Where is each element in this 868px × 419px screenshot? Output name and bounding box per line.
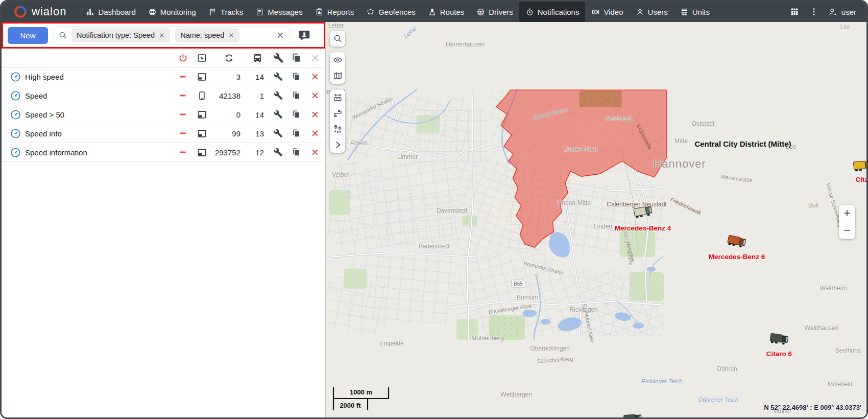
- more-menu-button[interactable]: [805, 2, 823, 22]
- edit-notification-button[interactable]: [269, 91, 287, 100]
- filter-chip-0[interactable]: Notification type: Speed: [71, 28, 170, 42]
- edit-notification-button[interactable]: [269, 72, 287, 81]
- speed-gauge-icon: [10, 71, 21, 83]
- edit-notification-button[interactable]: [269, 110, 287, 119]
- toggle-state[interactable]: [174, 110, 191, 119]
- notification-name: Speed > 50: [25, 110, 174, 119]
- delete-notification-button[interactable]: [305, 148, 325, 157]
- units-count: 12: [246, 148, 269, 157]
- toggle-state[interactable]: [174, 148, 191, 157]
- delete-notification-button[interactable]: [305, 129, 325, 138]
- new-notification-button[interactable]: New: [8, 27, 48, 44]
- nav-item-drivers[interactable]: Drivers: [470, 2, 519, 22]
- nav-item-reports[interactable]: Reports: [309, 2, 360, 22]
- toggle-state[interactable]: [174, 72, 191, 81]
- map-place-label: Davenstedt: [437, 207, 468, 214]
- tracks-icon: [208, 8, 217, 16]
- header-wrench-button[interactable]: [269, 53, 287, 63]
- kebab-icon: [809, 7, 818, 16]
- chip-remove-icon[interactable]: [228, 32, 234, 38]
- app-window: wialon DashboardMonitoringTracksMessages…: [0, 0, 868, 419]
- unit-marker[interactable]: [622, 411, 643, 417]
- zoom-control: + −: [839, 205, 855, 239]
- monitoring-icon: [148, 8, 157, 16]
- nav-item-video[interactable]: Video: [585, 2, 629, 22]
- svg-text:+: +: [516, 333, 518, 337]
- header-popup-play-button[interactable]: [191, 53, 212, 63]
- search-input[interactable]: Notification type: SpeedName: speed: [54, 26, 290, 44]
- map-place-label: Seelhorst: [835, 347, 861, 354]
- header-clear-button[interactable]: [305, 53, 325, 63]
- unit-label: Citaro: [855, 176, 866, 183]
- edit-notification-button[interactable]: [269, 129, 287, 138]
- nav-item-geofences[interactable]: Geofences: [360, 2, 422, 22]
- copy-notification-button[interactable]: [287, 72, 305, 81]
- map-source-button[interactable]: [330, 68, 345, 84]
- filter-bar: New Notification type: SpeedName: speed: [2, 22, 325, 49]
- map-place-label: Limmer: [397, 153, 418, 160]
- user-menu[interactable]: user: [825, 7, 859, 17]
- delete-x-icon: [310, 110, 320, 119]
- notification-name-text: Speed information: [25, 148, 87, 157]
- nav-item-users[interactable]: Users: [630, 2, 674, 22]
- map-place-label: Mühlenberg: [471, 335, 503, 342]
- apps-grid-button[interactable]: [786, 2, 803, 22]
- nav-item-tracks[interactable]: Tracks: [202, 2, 249, 22]
- notification-row[interactable]: Speed > 50014: [2, 105, 325, 124]
- scale-imperial-label: 2000 ft: [340, 402, 361, 409]
- routes-icon: [428, 8, 437, 16]
- road-badge: B65: [511, 280, 525, 288]
- expand-tools-button[interactable]: [330, 137, 345, 153]
- copy-notification-button[interactable]: [287, 91, 305, 100]
- measure-distance-button[interactable]: [330, 89, 345, 105]
- edit-notification-button[interactable]: [269, 148, 287, 157]
- notification-row[interactable]: Speed information29375212: [2, 143, 325, 162]
- header-copy-button[interactable]: [287, 53, 305, 63]
- unit-marker-citaro[interactable]: [852, 157, 866, 172]
- svg-text:+: +: [492, 328, 494, 331]
- unit-marker-citaro-6[interactable]: [768, 330, 790, 346]
- header-power-button[interactable]: [174, 53, 191, 63]
- contact-card-icon[interactable]: [298, 29, 311, 42]
- delete-notification-button[interactable]: [305, 72, 325, 81]
- map-place-label: Ahlem: [350, 139, 368, 147]
- nav-item-dashboard[interactable]: Dashboard: [80, 2, 141, 22]
- delivery-method: [191, 109, 212, 120]
- nav-item-notifications[interactable]: Notifications: [519, 2, 586, 22]
- copy-icon: [292, 148, 301, 157]
- nav-item-routes[interactable]: Routes: [422, 2, 471, 22]
- map-place-label: Linden-Mitte: [557, 199, 591, 206]
- toggle-state[interactable]: [174, 129, 191, 138]
- chip-remove-icon[interactable]: [159, 32, 165, 38]
- copy-notification-button[interactable]: [287, 110, 305, 119]
- zoom-in-button[interactable]: +: [839, 205, 855, 222]
- delete-notification-button[interactable]: [305, 91, 325, 100]
- copy-notification-button[interactable]: [287, 129, 305, 138]
- clear-search-icon[interactable]: [276, 31, 285, 40]
- header-bus-button[interactable]: [246, 53, 269, 63]
- nav-item-messages[interactable]: Messages: [249, 2, 308, 22]
- copy-notification-button[interactable]: [287, 148, 305, 157]
- notification-row[interactable]: Speed421381: [2, 86, 325, 105]
- zoom-out-button[interactable]: −: [839, 222, 855, 239]
- users-icon: [636, 8, 644, 16]
- filter-chip-1[interactable]: Name: speed: [175, 28, 239, 42]
- wialon-logo[interactable]: wialon: [2, 2, 80, 22]
- delete-x-icon: [310, 72, 320, 81]
- header-refresh-button[interactable]: [212, 53, 246, 63]
- routing-button[interactable]: [330, 105, 345, 121]
- nav-item-units[interactable]: Units: [674, 2, 716, 22]
- map-visibility-button[interactable]: [330, 52, 345, 68]
- wrench-icon: [273, 53, 284, 63]
- delete-notification-button[interactable]: [305, 110, 325, 119]
- nav-item-label: Dashboard: [98, 8, 135, 16]
- map-search-button[interactable]: [330, 31, 345, 46]
- nav-item-monitoring[interactable]: Monitoring: [142, 2, 202, 22]
- map-area[interactable]: ++++++++++++++++++++: [326, 22, 866, 417]
- notification-row[interactable]: Speed info9913: [2, 124, 325, 143]
- nearest-units-button[interactable]: [330, 121, 345, 137]
- popup-window-icon: [197, 109, 207, 120]
- wrench-icon: [274, 148, 283, 157]
- notification-row[interactable]: High speed314: [2, 67, 325, 86]
- toggle-state[interactable]: [174, 91, 191, 100]
